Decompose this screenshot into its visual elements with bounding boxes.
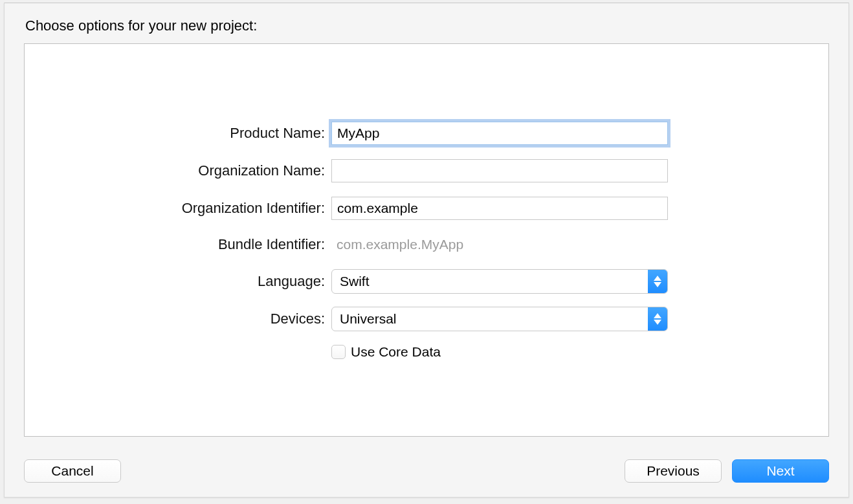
- updown-icon: [648, 307, 667, 331]
- previous-button[interactable]: Previous: [625, 459, 722, 483]
- devices-select[interactable]: Universal: [331, 307, 668, 331]
- svg-marker-3: [654, 320, 661, 325]
- use-core-data-label: Use Core Data: [351, 344, 441, 360]
- checkbox-icon: [331, 345, 346, 359]
- organization-name-input[interactable]: [331, 159, 668, 182]
- dialog-title: Choose options for your new project:: [5, 3, 848, 43]
- bundle-identifier-label: Bundle Identifier:: [25, 236, 331, 253]
- dialog-footer: Cancel Previous Next: [24, 459, 829, 483]
- next-button[interactable]: Next: [732, 459, 829, 483]
- new-project-options-dialog: Choose options for your new project: Pro…: [4, 3, 849, 498]
- svg-marker-0: [654, 276, 661, 281]
- use-core-data-checkbox[interactable]: Use Core Data: [331, 344, 441, 360]
- language-select-value: Swift: [332, 270, 648, 293]
- devices-label: Devices:: [25, 311, 331, 327]
- cancel-button[interactable]: Cancel: [24, 459, 121, 483]
- devices-select-value: Universal: [332, 307, 648, 331]
- options-panel: Product Name: Organization Name: Organiz…: [24, 43, 829, 437]
- updown-icon: [648, 270, 667, 293]
- language-label: Language:: [25, 273, 331, 290]
- organization-identifier-input[interactable]: [331, 197, 668, 220]
- product-name-input[interactable]: [331, 122, 668, 145]
- organization-identifier-label: Organization Identifier:: [25, 200, 331, 217]
- svg-marker-1: [654, 282, 661, 287]
- language-select[interactable]: Swift: [331, 269, 668, 294]
- product-name-label: Product Name:: [25, 125, 331, 142]
- bundle-identifier-value: com.example.MyApp: [331, 234, 469, 255]
- svg-marker-2: [654, 313, 661, 318]
- organization-name-label: Organization Name:: [25, 162, 331, 179]
